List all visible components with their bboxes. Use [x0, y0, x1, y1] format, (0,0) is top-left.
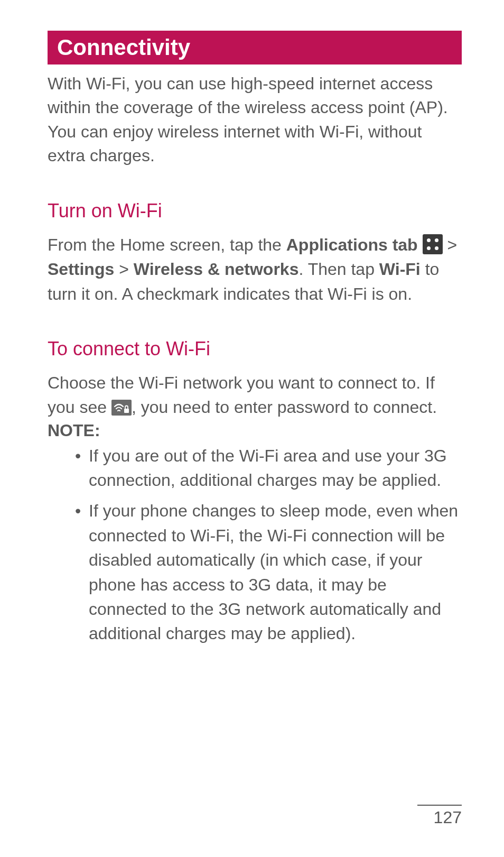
- body-connect-wifi: Choose the Wi-Fi network you want to con…: [48, 371, 462, 420]
- svg-rect-0: [124, 409, 129, 413]
- intro-paragraph: With Wi-Fi, you can use high-speed inter…: [48, 72, 462, 168]
- page-number-container: 127: [417, 805, 462, 827]
- applications-tab-icon: [423, 234, 443, 254]
- body-turn-on-wifi: From the Home screen, tap the Applicatio…: [48, 233, 462, 306]
- text-fragment: , you need to enter password to connect.: [132, 398, 437, 417]
- section-turn-on-wifi: Turn on Wi-Fi From the Home screen, tap …: [48, 200, 462, 306]
- text-fragment: From the Home screen, tap the: [48, 235, 286, 254]
- page-number: 127: [417, 808, 462, 827]
- heading-connect-wifi: To connect to Wi-Fi: [48, 338, 462, 360]
- settings-label: Settings: [48, 260, 114, 279]
- wireless-networks-label: Wireless & networks: [134, 260, 299, 279]
- apps-tab-label: Applications tab: [286, 235, 418, 254]
- page-number-divider: [417, 805, 462, 806]
- section-connect-wifi: To connect to Wi-Fi Choose the Wi-Fi net…: [48, 338, 462, 646]
- separator: >: [114, 260, 133, 279]
- wifi-label: Wi-Fi: [379, 260, 421, 279]
- note-list: If you are out of the Wi-Fi area and use…: [48, 444, 462, 646]
- note-item: If you are out of the Wi-Fi area and use…: [75, 444, 462, 493]
- heading-turn-on-wifi: Turn on Wi-Fi: [48, 200, 462, 222]
- note-item: If your phone changes to sleep mode, eve…: [75, 499, 462, 646]
- text-fragment: . Then tap: [298, 260, 379, 279]
- separator: >: [443, 235, 458, 254]
- wifi-lock-icon: [111, 400, 132, 416]
- note-label: NOTE:: [48, 421, 462, 440]
- page-title: Connectivity: [48, 31, 462, 64]
